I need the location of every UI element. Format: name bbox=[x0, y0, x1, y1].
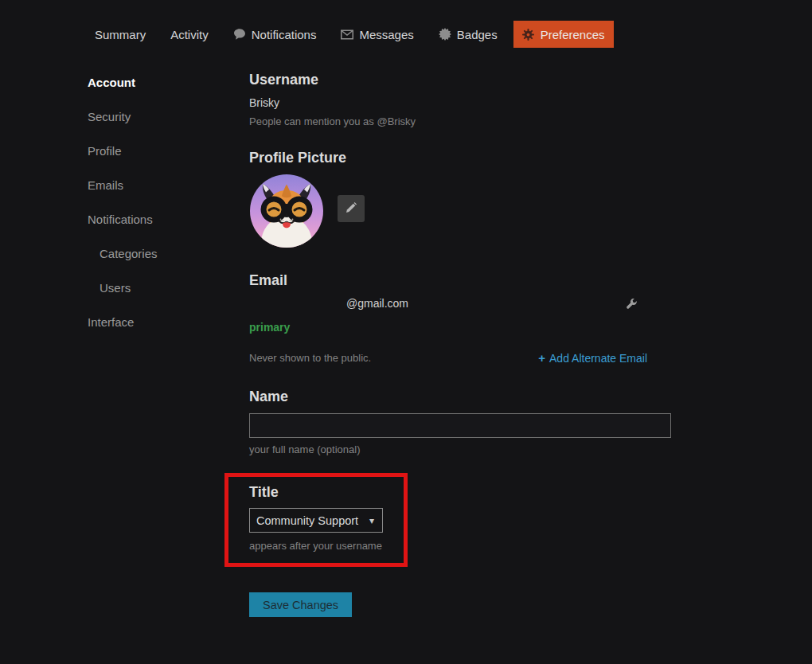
tab-summary[interactable]: Summary bbox=[86, 21, 154, 48]
save-changes-button[interactable]: Save Changes bbox=[249, 592, 352, 617]
sidebar-item-profile[interactable]: Profile bbox=[88, 145, 249, 157]
tab-label: Badges bbox=[457, 29, 498, 41]
title-dropdown-selected: Community Support bbox=[256, 514, 358, 527]
user-profile-nav: Summary Activity Notifications Messages … bbox=[0, 0, 812, 48]
avatar-row bbox=[249, 174, 671, 248]
sidebar-item-account[interactable]: Account bbox=[88, 76, 249, 88]
avatar[interactable] bbox=[249, 174, 324, 248]
tab-notifications[interactable]: Notifications bbox=[224, 21, 326, 48]
title-heading: Title bbox=[249, 484, 396, 501]
add-alternate-email-link[interactable]: + Add Alternate Email bbox=[538, 351, 647, 365]
title-hint: appears after your username bbox=[249, 540, 396, 552]
tab-label: Preferences bbox=[541, 29, 605, 41]
username-value: Brisky bbox=[249, 96, 671, 109]
username-heading: Username bbox=[249, 72, 671, 88]
pencil-icon bbox=[345, 201, 357, 217]
email-privacy-hint: Never shown to the public. bbox=[249, 352, 371, 364]
title-dropdown[interactable]: Community Support ▾ bbox=[249, 508, 383, 533]
plus-icon: + bbox=[538, 351, 545, 365]
profile-picture-section: Profile Picture bbox=[249, 150, 671, 249]
add-alternate-email-label: Add Alternate Email bbox=[549, 352, 647, 365]
badge-seal-icon bbox=[439, 28, 451, 41]
gear-icon bbox=[522, 28, 535, 41]
wrench-icon[interactable] bbox=[626, 298, 638, 310]
preferences-page: Summary Activity Notifications Messages … bbox=[0, 0, 812, 617]
content-layout: Account Security Profile Emails Notifica… bbox=[0, 48, 812, 617]
username-section: Username Brisky People can mention you a… bbox=[249, 72, 671, 127]
email-row: @gmail.com bbox=[249, 297, 671, 310]
sidebar-item-notifications[interactable]: Notifications bbox=[88, 213, 249, 225]
name-section: Name your full name (optional) bbox=[249, 389, 671, 455]
profile-picture-heading: Profile Picture bbox=[249, 150, 671, 166]
email-footer: Never shown to the public. + Add Alterna… bbox=[249, 351, 671, 365]
chevron-down-icon: ▾ bbox=[369, 515, 374, 526]
preferences-main: Username Brisky People can mention you a… bbox=[249, 67, 671, 617]
speech-bubble-icon bbox=[233, 28, 246, 41]
email-value: @gmail.com bbox=[346, 297, 408, 310]
tab-label: Notifications bbox=[252, 29, 317, 41]
email-section: Email @gmail.com primary Never shown to … bbox=[249, 272, 671, 365]
sidebar-item-users[interactable]: Users bbox=[88, 282, 249, 294]
sidebar-item-interface[interactable]: Interface bbox=[88, 316, 249, 328]
tab-badges[interactable]: Badges bbox=[430, 21, 506, 48]
primary-email-badge: primary bbox=[249, 321, 671, 334]
email-heading: Email bbox=[249, 272, 671, 289]
name-heading: Name bbox=[249, 389, 671, 405]
sidebar-item-emails[interactable]: Emails bbox=[88, 179, 249, 191]
sidebar-item-categories[interactable]: Categories bbox=[88, 248, 249, 260]
sidebar-item-security[interactable]: Security bbox=[88, 111, 249, 123]
tab-activity[interactable]: Activity bbox=[162, 21, 217, 48]
tab-label: Messages bbox=[359, 29, 413, 41]
full-name-input[interactable] bbox=[249, 413, 671, 438]
username-hint: People can mention you as @Brisky bbox=[249, 115, 671, 127]
title-section-annotation-box: Title Community Support ▾ appears after … bbox=[224, 473, 408, 568]
envelope-icon bbox=[341, 28, 353, 41]
tab-messages[interactable]: Messages bbox=[332, 21, 422, 48]
tab-preferences[interactable]: Preferences bbox=[513, 21, 614, 48]
edit-avatar-button[interactable] bbox=[338, 195, 365, 222]
name-hint: your full name (optional) bbox=[249, 443, 671, 455]
